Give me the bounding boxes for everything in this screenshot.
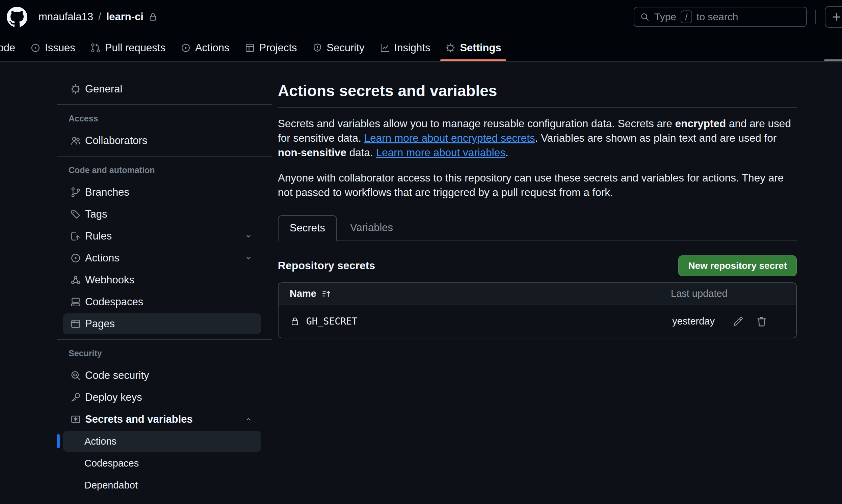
sidebar-item-label: Actions <box>85 252 120 264</box>
sidebar-item-label: Tags <box>85 208 107 220</box>
tab-variables[interactable]: Variables <box>337 215 406 240</box>
git-pull-request-icon <box>90 42 101 53</box>
edit-pencil-icon[interactable] <box>732 315 744 328</box>
sidebar-divider <box>57 104 272 105</box>
sidebar-divider <box>57 156 272 157</box>
page-title: Actions secrets and variables <box>278 81 797 108</box>
link-encrypted-secrets[interactable]: Learn more about encrypted secrets <box>364 132 535 144</box>
sidebar-item-deploy-keys[interactable]: Deploy keys <box>63 387 261 408</box>
settings-main: Actions secrets and variables Secrets an… <box>278 78 797 497</box>
tab-settings[interactable]: Settings <box>438 34 508 62</box>
sidebar-item-label: Secrets and variables <box>85 413 193 426</box>
sidebar-item-secrets-and-variables[interactable]: Secrets and variables <box>63 409 261 430</box>
sidebar-subitem-actions[interactable]: Actions <box>63 431 261 452</box>
sidebar-item-pages[interactable]: Pages <box>63 313 261 334</box>
intro-text: . Variables are shown as plain text and … <box>535 132 777 144</box>
issue-opened-icon <box>30 42 41 53</box>
column-last-updated: Last updated <box>671 288 727 299</box>
play-icon <box>180 42 191 53</box>
plus-icon: + <box>832 8 841 25</box>
sidebar-subitem-codespaces[interactable]: Codespaces <box>63 453 261 474</box>
webhook-icon <box>70 274 81 286</box>
rules-icon <box>70 230 81 242</box>
intro-bold: non-sensitive <box>278 146 346 159</box>
search-placeholder-prefix: Type <box>654 11 676 23</box>
sidebar-item-webhooks[interactable]: Webhooks <box>63 270 261 290</box>
github-settings-page: mnaufala13 / learn-ci Type / to search +… <box>0 0 842 504</box>
secrets-variables-tabnav: Secrets Variables <box>278 215 797 241</box>
tab-label: Projects <box>259 42 297 54</box>
sidebar-item-label: Collaborators <box>85 134 147 147</box>
sidebar-item-label: Rules <box>85 230 112 242</box>
gear-icon <box>70 83 81 95</box>
search-placeholder-suffix: to search <box>697 11 738 23</box>
secrets-icon <box>70 414 81 425</box>
breadcrumb-repo[interactable]: learn-ci <box>106 11 143 23</box>
secret-name: GH_SECRET <box>306 316 357 327</box>
intro-text: data. <box>346 146 376 159</box>
sidebar-item-general[interactable]: General <box>63 78 261 100</box>
column-name: Name <box>290 288 316 299</box>
gear-icon <box>445 42 456 53</box>
tab-projects[interactable]: Projects <box>237 34 304 62</box>
tab-secrets[interactable]: Secrets <box>278 215 337 241</box>
private-lock-icon <box>148 12 158 22</box>
tab-label: Actions <box>195 42 230 54</box>
secret-last-updated: yesterday <box>671 316 715 327</box>
sort-ascending-icon[interactable] <box>321 288 332 299</box>
breadcrumb-separator: / <box>98 11 101 23</box>
sidebar-subitem-dependabot[interactable]: Dependabot <box>63 475 261 496</box>
github-logo-icon[interactable] <box>7 7 27 27</box>
search-input[interactable]: Type / to search <box>634 7 807 27</box>
tab-pull-requests[interactable]: Pull requests <box>83 34 173 62</box>
sidebar-item-label: Pages <box>85 318 115 330</box>
global-header: mnaufala13 / learn-ci Type / to search + <box>0 0 842 34</box>
sidebar-section-access: Access <box>57 114 272 124</box>
sidebar-item-code-security[interactable]: Code security <box>63 365 261 386</box>
sidebar-section-security: Security <box>57 348 272 358</box>
tab-code[interactable]: Code <box>0 34 23 62</box>
sidebar-item-rules[interactable]: Rules <box>63 226 261 247</box>
sidebar-item-branches[interactable]: Branches <box>63 182 261 203</box>
create-new-button[interactable]: + <box>825 6 842 28</box>
sidebar-divider <box>57 339 272 340</box>
tab-issues[interactable]: Issues <box>23 34 83 62</box>
sidebar-item-label: Branches <box>85 186 129 198</box>
section-title: Repository secrets <box>278 259 375 272</box>
intro-text: Secrets and variables allow you to manag… <box>278 118 675 129</box>
tab-insights[interactable]: Insights <box>372 34 438 62</box>
sidebar-item-label: Codespaces <box>85 296 143 308</box>
breadcrumb: mnaufala13 / learn-ci <box>38 11 158 23</box>
sidebar-section-code-automation: Code and automation <box>57 165 272 175</box>
link-variables[interactable]: Learn more about variables <box>376 146 505 159</box>
intro-text: . <box>505 146 508 159</box>
tab-label: Pull requests <box>105 42 165 54</box>
sidebar-item-label: Deploy keys <box>85 391 142 403</box>
sidebar-item-label: Code security <box>85 370 149 381</box>
sidebar-item-collaborators[interactable]: Collaborators <box>63 130 261 151</box>
repository-secrets-header: Repository secrets New repository secret <box>278 255 797 276</box>
slash-key-hint: / <box>681 11 692 23</box>
selected-indicator-bar <box>57 434 60 448</box>
intro-paragraph: Secrets and variables allow you to manag… <box>278 116 797 160</box>
key-icon <box>70 392 81 403</box>
sidebar-item-label: Actions <box>84 436 117 447</box>
new-repository-secret-button[interactable]: New repository secret <box>678 255 797 276</box>
tab-security[interactable]: Security <box>304 34 372 62</box>
sidebar-item-actions[interactable]: Actions <box>63 248 261 269</box>
secrets-table: Name Last updated GH_SECRET yesterday <box>278 282 797 338</box>
repo-nav-list: Code Issues Pull requests Actions Projec… <box>0 34 842 62</box>
delete-trash-icon[interactable] <box>755 315 768 328</box>
table-header-row: Name Last updated <box>279 283 796 305</box>
sidebar-item-codespaces[interactable]: Codespaces <box>63 291 261 312</box>
project-icon <box>244 42 255 53</box>
repo-nav: Code Issues Pull requests Actions Projec… <box>0 34 842 62</box>
intro-bold: encrypted <box>675 118 726 129</box>
breadcrumb-owner[interactable]: mnaufala13 <box>38 11 93 23</box>
sidebar-item-tags[interactable]: Tags <box>63 204 261 225</box>
tab-actions[interactable]: Actions <box>173 34 237 62</box>
chevron-up-icon <box>243 414 253 425</box>
tag-icon <box>70 209 81 220</box>
people-icon <box>70 135 81 146</box>
header-divider <box>815 10 816 24</box>
